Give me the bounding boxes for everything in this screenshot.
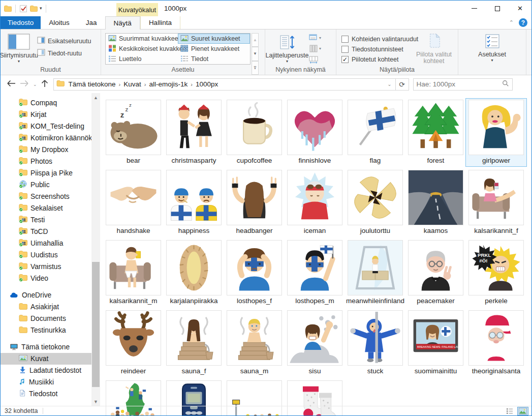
file-item-kalsarikannit_f[interactable]: kalsarikannit_f — [466, 169, 526, 236]
size-columns-button[interactable] — [309, 55, 321, 64]
help-icon[interactable]: ? — [519, 18, 527, 27]
address-box[interactable]: Tämä tietokone›Kuvat›all-emojis-1k›1000p… — [53, 78, 409, 91]
sidebar-item-piispa-ja-pike[interactable]: Piispa ja Pike — [1, 167, 91, 179]
layout-option-large-icons[interactable]: Suuret kuvakkeet — [178, 34, 250, 44]
breadcrumb-separator-icon[interactable]: › — [190, 81, 194, 87]
sidebar-item-kirjat[interactable]: Kirjat — [1, 109, 91, 121]
sidebar-item-sekalaiset[interactable]: Sekalaiset — [1, 202, 91, 214]
file-item-flag[interactable]: flag — [345, 99, 405, 166]
tab-manage[interactable]: Hallinta — [140, 16, 180, 29]
tab-share[interactable]: Jaa — [78, 16, 105, 29]
file-item-cupofcoffee[interactable]: cupofcoffee — [224, 99, 285, 166]
sidebar-item-tiedostot[interactable]: Tiedostot — [1, 388, 91, 400]
sidebar-item-kotimikron-käännökset[interactable]: Kotimikron käännökset — [1, 132, 91, 144]
details-view-button[interactable] — [504, 407, 515, 415]
scroll-up-icon[interactable]: ▲ — [91, 93, 100, 102]
file-item-kalsarikannit_m[interactable]: kalsarikannit_m — [103, 239, 164, 307]
forward-button[interactable] — [20, 80, 29, 88]
checkbox-icon[interactable] — [341, 36, 349, 43]
file-item-christmasparty[interactable]: christmasparty — [164, 99, 224, 166]
sidebar-item-tämä-tietokone[interactable]: Tämä tietokone — [1, 341, 91, 353]
sidebar-item-my-dropbox[interactable]: My Dropbox — [1, 144, 91, 156]
layout-option-small-icons[interactable]: Pienet kuvakkeet — [178, 44, 250, 54]
file-item-sauna_m[interactable]: sauna_m — [224, 309, 285, 377]
sidebar-item-ladatut-tiedostot[interactable]: Ladatut tiedostot — [1, 365, 91, 376]
preview-pane-button[interactable]: Esikatseluruutu — [37, 37, 91, 45]
sidebar-item-compaq[interactable]: Compaq — [1, 97, 91, 109]
breadcrumb-segment[interactable]: all-emojis-1k — [147, 80, 190, 88]
folder-icon[interactable] — [4, 5, 12, 13]
qat-customize-icon[interactable]: ▾ — [40, 6, 42, 11]
up-button[interactable] — [41, 79, 48, 89]
file-item-kaamos[interactable]: kaamos — [405, 169, 466, 236]
checkbox-icon[interactable] — [341, 46, 349, 53]
close-button[interactable]: ✕ — [509, 1, 531, 16]
scroll-down-icon[interactable]: ▼ — [252, 47, 259, 61]
sidebar-item-varmistus[interactable]: Varmistus — [1, 261, 91, 273]
breadcrumb-separator-icon[interactable]: › — [118, 81, 122, 87]
file-item-reindeer[interactable]: reindeer — [103, 309, 164, 377]
sidebar-item-asiakirjat[interactable]: Asiakirjat — [1, 301, 91, 313]
breadcrumb-separator-icon[interactable]: › — [143, 81, 147, 87]
collapse-ribbon-icon[interactable]: ⌃ — [509, 19, 514, 26]
file-item-happiness[interactable]: happiness — [164, 169, 224, 236]
breadcrumb-segment[interactable]: 1000px — [194, 80, 220, 88]
sidebar-item-screenshots[interactable]: Screenshots — [1, 191, 91, 202]
new-folder-icon[interactable] — [29, 5, 38, 13]
details-pane-button[interactable]: Tiedot-ruutu — [37, 49, 91, 57]
sidebar-item-photos[interactable]: Photos — [1, 156, 91, 167]
checkbox-checked-icon[interactable]: ✓ — [341, 56, 349, 63]
layout-option-list-view[interactable]: Luettelo — [106, 54, 178, 64]
search-input[interactable]: Hae: 1000px — [417, 80, 502, 88]
file-item-losthopes_m[interactable]: losthopes_m — [285, 239, 345, 307]
tab-view[interactable]: Näytä — [105, 16, 140, 29]
sidebar-item-uimahallia[interactable]: Uimahallia — [1, 237, 91, 249]
file-item-theoriginalsanta[interactable]: theoriginalsanta — [466, 309, 526, 377]
refresh-button[interactable]: ⟳ — [395, 78, 409, 91]
file-item-stuck[interactable]: stuck — [345, 309, 405, 377]
sidebar-item-testinurkka[interactable]: Testinurkka — [1, 324, 91, 336]
options-button[interactable]: Asetukset ▾ — [474, 32, 511, 75]
sidebar-item-testi[interactable]: Testi — [1, 214, 91, 226]
sidebar-item-public[interactable]: Public — [1, 179, 91, 191]
file-item-karjalanpiirakka[interactable]: karjalanpiirakka — [164, 239, 224, 307]
sidebar-item-documents[interactable]: Documents — [1, 313, 91, 324]
breadcrumb-segment[interactable]: Tämä tietokone — [67, 80, 118, 88]
file-item-sisu[interactable]: sisu — [285, 309, 345, 377]
scrollbar-thumb[interactable] — [92, 262, 100, 387]
file-item-forest[interactable]: forest — [405, 99, 466, 166]
sidebar-item-musiikki[interactable]: Musiikki — [1, 376, 91, 388]
search-box[interactable]: Hae: 1000px — [413, 78, 513, 91]
properties-check-icon[interactable] — [19, 5, 27, 13]
address-dropdown-icon[interactable]: ⌄ — [384, 79, 395, 90]
maximize-button[interactable] — [486, 1, 509, 16]
add-columns-button[interactable]: ▾ — [309, 45, 321, 53]
sidebar-item-kom-test-deling[interactable]: KOM_Test-deling — [1, 121, 91, 132]
scroll-down-icon[interactable]: ▼ — [91, 397, 100, 406]
group-by-button[interactable]: ▾ — [309, 34, 321, 42]
layout-option-details-view[interactable]: Tiedot — [178, 54, 250, 64]
file-item-finnishlove[interactable]: finnishlove — [285, 99, 345, 166]
sidebar-item-uudistus[interactable]: Uudistus — [1, 249, 91, 261]
search-icon[interactable] — [502, 80, 509, 88]
file-item-headbanger[interactable]: headbanger — [224, 169, 285, 236]
file-item-peacemaker[interactable]: peacemaker — [405, 239, 466, 307]
recent-locations-icon[interactable]: ⌄ — [33, 82, 37, 87]
file-item-sauna_f[interactable]: sauna_f — [164, 309, 224, 377]
file-item-bear[interactable]: zzzbear — [103, 99, 164, 166]
layout-option-xl-icons[interactable]: Suurimmat kuvakkeet — [106, 34, 178, 44]
file-item-girlpower[interactable]: girlpower — [466, 99, 526, 166]
sidebar-item-video[interactable]: Video — [1, 273, 91, 284]
sidebar-scrollbar[interactable]: ▲ ▼ — [91, 93, 100, 406]
file-item-joulutorttu[interactable]: joulutorttu — [345, 169, 405, 236]
file-item-suomimainittu[interactable]: BREAKING NEWS: FINLAND LAUNCHES EMOJISsu… — [405, 309, 466, 377]
back-button[interactable] — [7, 80, 16, 88]
layout-option-medium-icons[interactable]: Keskikokoiset kuvakkeet — [106, 44, 178, 54]
breadcrumb-segment[interactable]: Kuvat — [121, 80, 143, 88]
file-item-handshake[interactable]: handshake — [103, 169, 164, 236]
tab-home[interactable]: Aloitus — [41, 16, 78, 29]
scroll-up-icon[interactable]: ▲ — [252, 33, 259, 47]
file-item-perkele[interactable]: PRKL#Ö!perkele — [466, 239, 526, 307]
thumbnail-view-button[interactable] — [517, 407, 528, 415]
file-item-losthopes_f[interactable]: losthopes_f — [224, 239, 285, 307]
